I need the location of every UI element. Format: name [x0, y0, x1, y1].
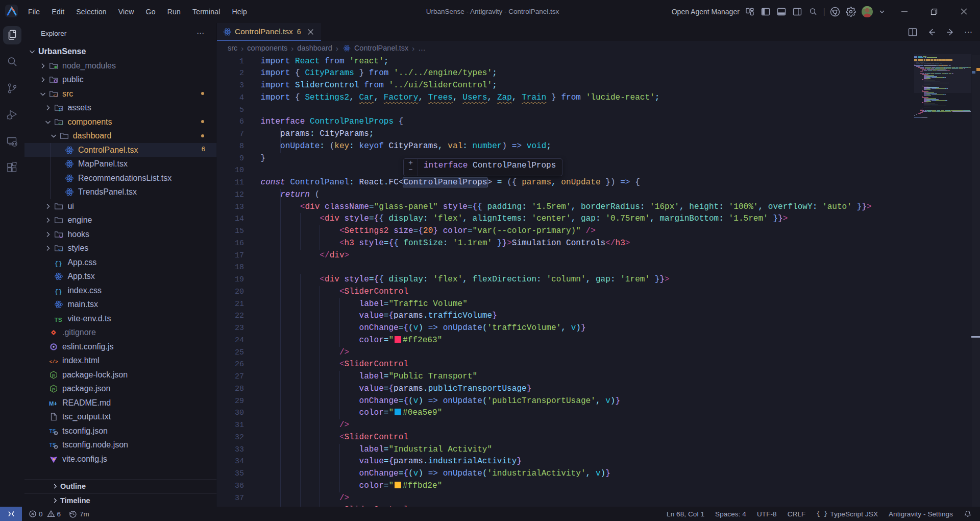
svg-text:</>: </> — [53, 93, 58, 98]
svg-text:TS: TS — [55, 316, 62, 323]
svg-text:TS: TS — [50, 428, 56, 434]
svg-text:</>: </> — [58, 248, 63, 253]
svg-text:TS: TS — [50, 442, 56, 448]
svg-text:</>: </> — [50, 359, 58, 365]
svg-text:js: js — [52, 387, 55, 391]
svg-text:{}: {} — [55, 259, 63, 267]
svg-text:js: js — [52, 373, 55, 377]
svg-text:</>: </> — [58, 121, 63, 126]
svg-text:{}: {} — [55, 288, 63, 295]
svg-text:M: M — [49, 400, 54, 407]
